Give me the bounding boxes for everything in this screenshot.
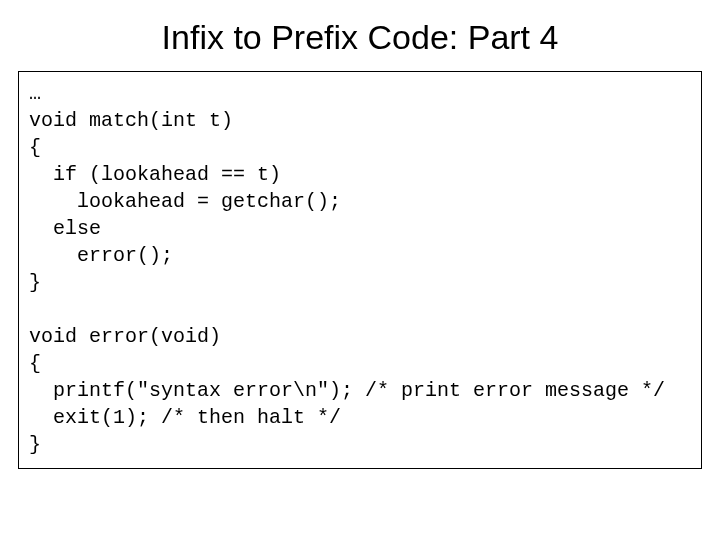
slide: Infix to Prefix Code: Part 4 … void matc… <box>0 0 720 540</box>
code-block: … void match(int t) { if (lookahead == t… <box>18 71 702 469</box>
page-title: Infix to Prefix Code: Part 4 <box>0 18 720 57</box>
